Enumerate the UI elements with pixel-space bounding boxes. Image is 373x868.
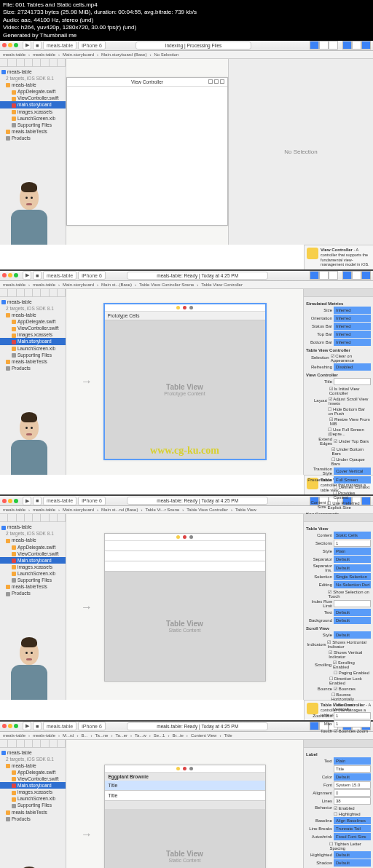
jump-bar[interactable]: meals-table› meals-table› Main.storyboar… [0,281,373,289]
bounce-zoom-checkbox[interactable]: Bounces Zoom [334,728,368,733]
static-cell[interactable] [105,551,265,561]
scheme-selector[interactable]: meals-table [43,41,76,50]
v-indicator-checkbox[interactable]: Shows Vertical Indicator [329,650,371,659]
color-field[interactable]: Default [334,773,371,781]
tree-item[interactable]: meals-tableTests [0,358,66,365]
crumb[interactable]: Se...1 [154,733,165,738]
sections-field[interactable]: 1 [334,540,371,547]
crumb[interactable]: M...rd [63,733,74,738]
project-tree[interactable]: meals-table 2 targets, iOS SDK 8.1 meals… [0,297,66,373]
window-controls[interactable] [2,724,18,728]
tree-item[interactable]: AppDelegate.swift [0,318,66,325]
device-selector[interactable]: iPhone 6 [78,497,106,505]
crumb[interactable]: Table View Controller Scene [139,283,194,287]
crumb[interactable]: Table View Controller [201,283,243,287]
scheme-selector[interactable]: meals-table [43,722,76,730]
run-button[interactable]: ▶ [23,722,31,730]
baseline-field[interactable]: Align Baselines [334,817,371,824]
tableview-scene[interactable]: Table View Static Content [104,533,266,682]
table-view[interactable]: Table View Static Content [105,572,265,681]
tree-item[interactable]: ViewController.swift [0,551,66,557]
crumb[interactable]: No Selection [154,52,178,57]
zoom-min-field[interactable]: 1 [334,712,371,719]
crumb[interactable]: B... [81,733,87,738]
scene-dock[interactable] [105,304,265,312]
bounce-h-checkbox[interactable]: Bounce Horizontally [331,692,371,701]
lines-field[interactable]: 38 [334,797,371,805]
topbar-field[interactable]: Inferred [334,331,371,338]
highlighted-checkbox[interactable]: Highlighted [334,811,361,816]
selection-field[interactable]: Single Selection [334,573,371,580]
navigator-tabs[interactable] [0,289,66,297]
crumb[interactable]: Main.storyboard [63,52,94,57]
window-controls[interactable] [2,273,18,277]
panel-toggle-segment[interactable] [342,271,371,280]
layout-checkbox[interactable]: Resize View From NIB [329,417,371,426]
tree-item[interactable]: Supporting Files [0,352,66,358]
tree-item[interactable]: AppDelegate.swift [0,88,66,95]
tree-item-selected[interactable]: Main.storyboard [0,782,66,789]
linebreak-field[interactable]: Truncate Tail [334,825,371,832]
panel-toggle-segment[interactable] [342,41,371,50]
static-cell[interactable]: Title [105,791,265,801]
crumb[interactable]: meals-table [3,508,25,512]
bounces-checkbox[interactable]: Bounces [334,686,356,691]
tree-folder[interactable]: meals-table [0,762,66,769]
size-field[interactable]: Inferred [334,307,371,314]
h-indicator-checkbox[interactable]: Shows Horizontal Indicator [327,639,371,649]
scene-view[interactable] [67,87,227,225]
interface-builder-canvas[interactable]: → Prototype Cells Table View Prototype C… [66,289,303,475]
layout-checkbox[interactable]: Adjust Scroll View Insets [329,396,371,406]
tree-folder[interactable]: meals-table [0,82,66,88]
stop-button[interactable]: ■ [33,722,42,730]
tree-root[interactable]: meals-table [0,68,66,75]
orientation-field[interactable]: Inferred [334,315,371,322]
transition-field[interactable]: Cover Vertical [334,467,371,475]
table-view[interactable]: Table View Static Content [105,809,265,868]
provides-context-checkbox[interactable]: Provides Context [333,490,371,500]
tree-root[interactable]: meals-table [0,299,66,305]
tree-item-selected[interactable]: Main.storyboard [0,338,66,344]
tree-item[interactable]: meals-tableTests [0,809,66,816]
crumb[interactable]: meals-table [33,283,55,287]
crumb[interactable]: Ta...w [135,733,146,738]
tree-folder[interactable]: meals-table [0,312,66,318]
zoom-icon[interactable] [14,43,18,47]
tree-item[interactable]: ViewController.swift [0,776,66,782]
project-tree[interactable]: meals-table 2 targets, iOS SDK 8.1 meals… [0,67,66,143]
extend-edge-checkbox[interactable]: Under Bottom Bars [331,446,371,456]
crumb[interactable]: Ta...er [115,733,127,738]
navigator-tabs[interactable] [0,59,66,67]
scene-titlebar[interactable]: View Controller [67,78,227,87]
crumb[interactable]: Table Vi...r Scene [145,508,179,512]
style-field[interactable]: Plain [334,548,371,555]
index-limit-field[interactable] [334,600,371,607]
navigator-tabs[interactable] [0,740,66,748]
title-field[interactable] [334,378,371,385]
close-icon[interactable] [2,43,7,47]
content-field[interactable]: Static Cells [334,532,371,539]
tree-item[interactable]: LaunchScreen.xib [0,345,66,352]
extend-edge-checkbox[interactable]: Under Top Bars [334,438,369,443]
extend-edge-checkbox[interactable]: Under Opaque Bars [331,457,371,466]
crumb[interactable]: Table View Controller [186,508,228,512]
tree-item[interactable]: meals-tableTests [0,583,66,590]
crumb[interactable]: meals-table [33,52,55,57]
bounce-v-checkbox[interactable]: Bounce Vertically [333,702,371,711]
inspector-tabs[interactable] [304,514,373,522]
run-button[interactable]: ▶ [23,497,31,505]
tree-item[interactable]: ViewController.swift [0,325,66,331]
tree-root[interactable]: meals-table [0,524,66,530]
run-button[interactable]: ▶ [23,41,31,50]
tree-item[interactable]: Products [0,590,66,596]
shadow-color-field[interactable]: Default [334,859,371,867]
stop-button[interactable]: ■ [33,41,42,50]
tableview-scene[interactable]: Eggplant Brownie Title Title Table View … [104,765,266,868]
separator-field[interactable]: Default [334,556,371,563]
static-cell[interactable] [105,561,265,572]
static-cell-selected[interactable]: Title [105,781,265,791]
font-field[interactable]: System 15.0 [334,781,371,789]
show-selection-checkbox[interactable]: Show Selection on Touch [328,589,371,599]
crumb[interactable]: Main.storyboard [63,283,94,287]
inspector-tabs[interactable] [304,289,373,297]
